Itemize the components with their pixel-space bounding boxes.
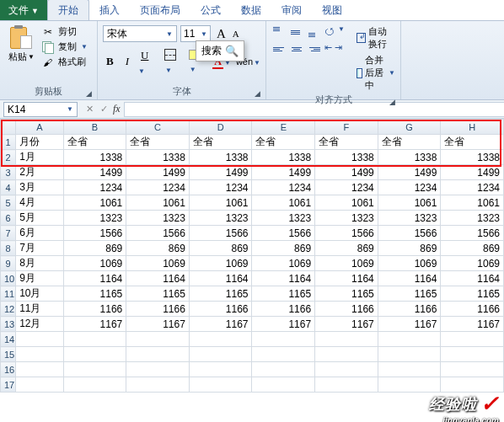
cell[interactable]: 1月 bbox=[16, 150, 63, 165]
cell[interactable]: 1499 bbox=[315, 165, 378, 180]
cell[interactable]: 1061 bbox=[126, 195, 190, 211]
row-header[interactable]: 14 bbox=[1, 332, 16, 347]
cell[interactable]: 1323 bbox=[315, 211, 378, 226]
row-header[interactable]: 4 bbox=[1, 180, 16, 195]
cut-button[interactable]: 剪切 bbox=[41, 25, 88, 38]
cell[interactable]: 1499 bbox=[252, 165, 315, 180]
cell[interactable] bbox=[126, 362, 190, 377]
cell[interactable]: 1338 bbox=[63, 150, 126, 165]
copy-button[interactable]: 复制▼ bbox=[41, 40, 88, 53]
col-header[interactable]: E bbox=[252, 120, 315, 135]
cell[interactable] bbox=[63, 362, 126, 377]
cell[interactable]: 1069 bbox=[126, 256, 190, 271]
tab-insert[interactable]: 插入 bbox=[89, 0, 130, 20]
cell[interactable]: 1165 bbox=[252, 286, 315, 302]
cell[interactable]: 1164 bbox=[378, 271, 441, 286]
increase-indent-button[interactable]: ⇥ bbox=[335, 42, 342, 56]
cell[interactable] bbox=[441, 362, 504, 377]
cell[interactable] bbox=[189, 347, 252, 362]
cell[interactable]: 1338 bbox=[441, 150, 504, 165]
cell[interactable]: 869 bbox=[126, 241, 190, 256]
table-row[interactable]: 109月1164116411641164116411641164 bbox=[1, 271, 504, 286]
cell[interactable]: 1167 bbox=[189, 317, 252, 332]
font-name-select[interactable]: 宋体▼ bbox=[103, 25, 177, 42]
cell[interactable]: 1166 bbox=[189, 302, 252, 317]
cell[interactable] bbox=[16, 347, 63, 362]
table-row[interactable]: 1312月1167116711671167116711671167 bbox=[1, 317, 504, 332]
cell[interactable]: 1165 bbox=[441, 286, 504, 302]
table-row[interactable]: 15 bbox=[1, 347, 504, 362]
cell[interactable]: 1566 bbox=[252, 226, 315, 241]
table-row[interactable]: 65月1323132313231323132313231323 bbox=[1, 211, 504, 226]
table-row[interactable]: 43月1234123412341234123412341234 bbox=[1, 180, 504, 195]
cell[interactable]: 1499 bbox=[126, 165, 190, 180]
row-header[interactable]: 3 bbox=[1, 165, 16, 180]
table-row[interactable]: 98月1069106910691069106910691069 bbox=[1, 256, 504, 271]
search-icon[interactable] bbox=[225, 45, 239, 57]
row-header[interactable]: 16 bbox=[1, 362, 16, 377]
cell[interactable] bbox=[441, 377, 504, 393]
cell[interactable]: 1165 bbox=[126, 286, 190, 302]
align-bottom-button[interactable] bbox=[307, 25, 322, 39]
cell[interactable]: 1165 bbox=[189, 286, 252, 302]
tab-file[interactable]: 文件▼ bbox=[0, 0, 47, 20]
align-middle-button[interactable] bbox=[289, 25, 304, 39]
col-header[interactable]: F bbox=[315, 120, 378, 135]
cell[interactable]: 1338 bbox=[126, 150, 190, 165]
wrap-text-button[interactable]: 自动换行 bbox=[357, 25, 395, 51]
table-row[interactable]: 87月869869869869869869869 bbox=[1, 241, 504, 256]
cell[interactable]: 全省 bbox=[252, 135, 315, 150]
accept-formula-button[interactable]: ✓ bbox=[100, 104, 108, 115]
cell[interactable]: 1338 bbox=[189, 150, 252, 165]
cell[interactable]: 1069 bbox=[315, 256, 378, 271]
cell[interactable]: 1167 bbox=[378, 317, 441, 332]
cell[interactable]: 6月 bbox=[16, 226, 63, 241]
cell[interactable]: 869 bbox=[441, 241, 504, 256]
align-top-button[interactable] bbox=[271, 25, 287, 39]
cell[interactable]: 1069 bbox=[378, 256, 441, 271]
cell[interactable]: 1234 bbox=[315, 180, 378, 195]
cell[interactable] bbox=[378, 362, 441, 377]
cell[interactable]: 1167 bbox=[252, 317, 315, 332]
orientation-button[interactable] bbox=[324, 25, 335, 39]
table-row[interactable]: 21月1338133813381338133813381338 bbox=[1, 150, 504, 165]
cell[interactable]: 1167 bbox=[63, 317, 126, 332]
cell[interactable] bbox=[16, 377, 63, 393]
cell[interactable] bbox=[441, 347, 504, 362]
cell[interactable]: 1167 bbox=[315, 317, 378, 332]
cell[interactable]: 1165 bbox=[63, 286, 126, 302]
cell[interactable]: 1061 bbox=[378, 195, 441, 211]
cell[interactable]: 1234 bbox=[189, 180, 252, 195]
row-header[interactable]: 13 bbox=[1, 317, 16, 332]
cell[interactable]: 1166 bbox=[441, 302, 504, 317]
cell[interactable]: 全省 bbox=[126, 135, 190, 150]
align-left-button[interactable] bbox=[271, 42, 287, 56]
cell[interactable] bbox=[126, 332, 190, 347]
tab-home[interactable]: 开始 bbox=[47, 0, 89, 20]
underline-button[interactable]: U▼ bbox=[137, 47, 159, 76]
cell[interactable]: 1069 bbox=[189, 256, 252, 271]
tab-view[interactable]: 视图 bbox=[312, 0, 352, 20]
name-box[interactable]: K14▼ bbox=[3, 102, 78, 117]
cell[interactable]: 全省 bbox=[378, 135, 441, 150]
cell[interactable] bbox=[252, 377, 315, 393]
cell[interactable] bbox=[252, 347, 315, 362]
cell[interactable]: 1166 bbox=[315, 302, 378, 317]
cell[interactable]: 全省 bbox=[315, 135, 378, 150]
cell[interactable]: 3月 bbox=[16, 180, 63, 195]
table-row[interactable]: 1211月1166116611661166116611661166 bbox=[1, 302, 504, 317]
cell[interactable]: 1323 bbox=[63, 211, 126, 226]
cell[interactable] bbox=[315, 332, 378, 347]
cell[interactable] bbox=[252, 362, 315, 377]
spreadsheet-grid[interactable]: A B C D E F G H 1月份全省全省全省全省全省全省全省21月1338… bbox=[0, 119, 504, 393]
cell[interactable] bbox=[63, 377, 126, 393]
dialog-launcher-icon[interactable]: ◢ bbox=[389, 98, 395, 106]
italic-button[interactable]: I bbox=[122, 53, 132, 70]
cell[interactable] bbox=[189, 362, 252, 377]
row-header[interactable]: 9 bbox=[1, 256, 16, 271]
cell[interactable]: 8月 bbox=[16, 256, 63, 271]
cell[interactable]: 1323 bbox=[252, 211, 315, 226]
cell[interactable]: 1061 bbox=[441, 195, 504, 211]
cell[interactable]: 1069 bbox=[441, 256, 504, 271]
row-header[interactable]: 5 bbox=[1, 195, 16, 211]
